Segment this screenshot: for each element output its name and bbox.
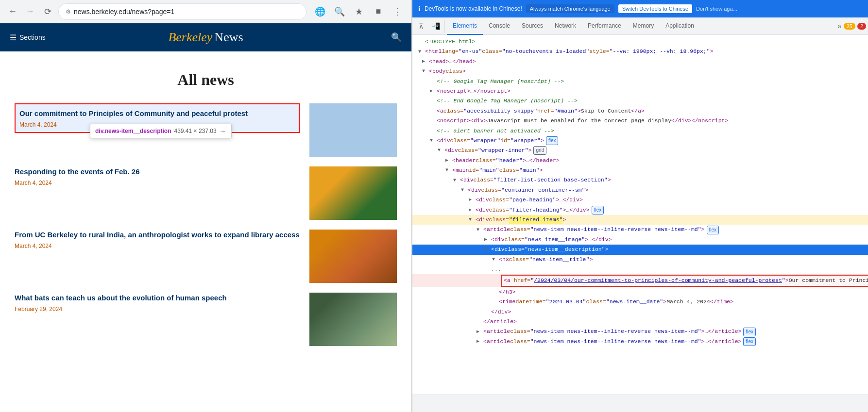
address-bar[interactable]: ⚙ news.berkeley.edu/news?page=1 [58, 3, 306, 20]
sections-button[interactable]: ☰ Sections [10, 33, 46, 42]
tab-sources[interactable]: Sources [516, 17, 549, 35]
flex-badge-2: flex [592, 206, 604, 214]
dom-line-page-heading: <div class="page-heading">…</div> [412, 195, 868, 205]
news-item-date-4: February 29, 2024 [15, 306, 300, 313]
expand-arrow-html[interactable] [418, 48, 424, 56]
tag-html: <html [425, 47, 442, 56]
expand-arrow-body[interactable] [422, 67, 428, 75]
dom-tree[interactable]: <!DOCTYPE html> <html lang="en-us" class… [412, 35, 868, 395]
search-icon[interactable]: 🔍 [391, 32, 402, 43]
tag-noscript1: <noscript> [437, 87, 470, 96]
devtools-device-icon[interactable]: 📲 [429, 19, 443, 33]
devtools-inspect-icon[interactable]: ⊼ [414, 19, 428, 33]
dom-line-close-desc: </div> [412, 307, 868, 317]
expand-arrow-article2[interactable] [477, 328, 482, 336]
tag-skippy: <a [437, 107, 443, 115]
tab-console[interactable]: Console [483, 17, 516, 35]
tag-filter-heading: <div [476, 206, 489, 214]
chrome-toolbar: ← → ⟳ ⚙ news.berkeley.edu/news?page=1 🌐 … [0, 0, 411, 23]
more-tabs-icon[interactable]: » [837, 22, 842, 31]
news-item-link-3[interactable]: From UC Berkeley to rural India, an anth… [15, 231, 300, 239]
expand-arrow-h3[interactable] [492, 256, 498, 264]
hamburger-icon: ☰ [10, 33, 17, 42]
devtools-tabs: ⊼ 📲 Elements Console Sources Network Per… [412, 17, 868, 35]
news-item-2: Responding to the events of Feb. 26 Marc… [15, 166, 397, 220]
dom-line-wrapper: <div class="wrapper" id="wrapper">flex [412, 136, 868, 146]
tag-body: <body [429, 67, 446, 76]
expand-arrow-filter-list[interactable] [453, 177, 459, 184]
element-tooltip: div.news-item__description 439.41 × 237.… [90, 124, 232, 138]
news-item-description-2: Responding to the events of Feb. 26 Marc… [15, 166, 300, 186]
tag-wrapper-inner: <div [444, 146, 458, 155]
tab-application[interactable]: Application [660, 17, 700, 35]
back-button[interactable]: ← [6, 5, 19, 18]
star-icon[interactable]: ★ [351, 4, 367, 19]
tag-head: <head> [429, 57, 449, 66]
tooltip-class: div.news-item__description [95, 128, 171, 134]
menu-icon[interactable]: ⋮ [390, 4, 406, 19]
comment-gtm-end: <!-- End Google Tag Manager (noscript) -… [437, 97, 578, 105]
tab-network[interactable]: Network [549, 17, 582, 35]
tag-h3: <h3 [499, 255, 509, 264]
reload-button[interactable]: ⟳ [41, 5, 54, 18]
switch-to-chinese-button[interactable]: Switch DevTools to Chinese [618, 4, 692, 13]
expand-arrow-wrapper-inner[interactable] [438, 147, 443, 154]
tag-container: <div [468, 186, 481, 195]
comment-gtm: <!-- Google Tag Manager (noscript) --> [437, 77, 564, 86]
site-header-wrapper: ☰ Sections Berkeley News 🔍 [0, 23, 411, 51]
news-item-image-3 [309, 230, 397, 283]
expand-arrow-header[interactable] [445, 157, 451, 165]
dom-line-body: <body class> [412, 66, 868, 76]
expand-arrow-filter-heading[interactable] [469, 206, 475, 214]
tab-memory[interactable]: Memory [627, 17, 660, 35]
expand-arrow-head[interactable] [422, 58, 428, 66]
tab-performance[interactable]: Performance [582, 17, 627, 35]
expand-arrow-wrapper[interactable] [430, 137, 436, 145]
expand-arrow-article1[interactable] [477, 226, 482, 234]
dom-line-gtm-end-comment: <!-- End Google Tag Manager (noscript) -… [412, 96, 868, 106]
tag-close-h3: </h3> [499, 288, 516, 297]
comment-alert: <!-- alert banner not activated --> [437, 127, 554, 135]
dom-line-filter-list-section: <div class="filter-list-section base-sec… [412, 175, 868, 185]
tag-close-article: </article> [483, 317, 517, 326]
tag-article2: <article [483, 327, 510, 336]
expand-arrow-news-image[interactable] [484, 236, 490, 244]
dom-line-doctype: <!DOCTYPE html> [412, 37, 868, 47]
expand-arrow-page-heading[interactable] [469, 196, 475, 204]
sections-label: Sections [19, 33, 46, 41]
dom-line-container: <div class="container container--sm"> [412, 185, 868, 195]
news-item-link-2[interactable]: Responding to the events of Feb. 26 [15, 167, 140, 176]
logo-berkeley: Berkeley [168, 30, 212, 45]
dont-show-button[interactable]: Don't show aga... [696, 6, 737, 12]
tag-header: <header [452, 156, 476, 165]
tooltip-dimensions: 439.41 × 237.03 [174, 128, 217, 134]
tag-article3: <article [483, 337, 510, 346]
expand-arrow-main[interactable] [445, 166, 451, 174]
devtools-tabs-right: » 25 2 [837, 22, 866, 31]
dom-line-article2: <article class="news-item news-item--inl… [412, 327, 868, 336]
expand-arrow-article3[interactable] [477, 338, 482, 346]
site-content: ☰ Sections Berkeley News 🔍 All news div.… [0, 23, 411, 412]
always-match-button[interactable]: Always match Chrome's language [526, 4, 614, 13]
doctype-node: <!DOCTYPE html> [425, 37, 476, 46]
news-item-link-4[interactable]: What bats can teach us about the evoluti… [15, 294, 227, 302]
news-item-title-1: Our commitment to Principles of Communit… [19, 108, 295, 118]
news-item-title-3: From UC Berkeley to rural India, an anth… [15, 230, 300, 240]
news-item-image-1 [309, 103, 397, 157]
expand-arrow-news-desc[interactable] [484, 246, 490, 253]
forward-button[interactable]: → [23, 5, 37, 18]
translate-icon[interactable]: 🌐 [312, 4, 328, 19]
expand-arrow-container[interactable] [461, 186, 467, 194]
site-header: ☰ Sections Berkeley News 🔍 [0, 23, 411, 51]
news-item-date-3: March 4, 2024 [15, 243, 300, 249]
expand-arrow-noscript1[interactable] [430, 87, 436, 95]
extensions-icon[interactable]: ■ [371, 4, 386, 19]
zoom-icon[interactable]: 🔍 [332, 4, 347, 19]
tab-elements[interactable]: Elements [447, 17, 483, 35]
anchor-highlighted: <a href="/2024/03/04/our-commitment-to-p… [501, 275, 868, 286]
url-text: news.berkeley.edu/news?page=1 [74, 8, 174, 16]
news-item-link-1[interactable]: Our commitment to Principles of Communit… [19, 109, 248, 117]
flex-badge-4: flex [743, 328, 756, 336]
dom-line-html: <html lang="en-us" class="no-touchevents… [412, 47, 868, 56]
expand-arrow-filtered-items[interactable] [469, 216, 475, 224]
